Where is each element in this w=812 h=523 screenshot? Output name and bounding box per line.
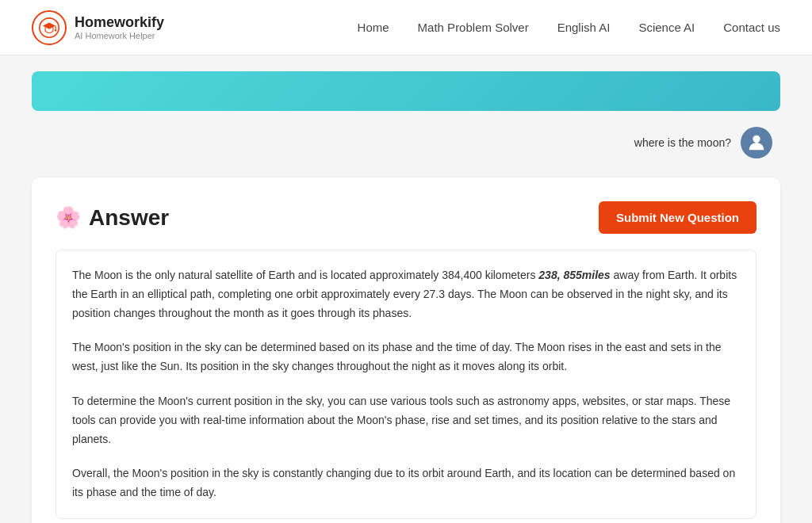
header: Homeworkify AI Homework Helper Home Math… [0, 0, 812, 55]
logo-name: Homeworkify [75, 14, 164, 31]
main-content: where is the moon? 🌸 Answer Submit New Q… [0, 55, 812, 523]
answer-title-group: 🌸 Answer [56, 205, 169, 231]
nav-science[interactable]: Science AI [638, 21, 695, 34]
logo-icon [32, 10, 67, 45]
logo-area: Homeworkify AI Homework Helper [32, 10, 164, 45]
answer-para-1: The Moon is the only natural satellite o… [72, 266, 740, 323]
nav-english[interactable]: English AI [557, 21, 611, 34]
nav-home[interactable]: Home [358, 21, 389, 34]
logo-text: Homeworkify AI Homework Helper [75, 14, 164, 40]
user-question-text: where is the moon? [634, 136, 731, 149]
answer-title: Answer [89, 205, 169, 231]
user-avatar [741, 127, 772, 158]
nav-math[interactable]: Math Problem Solver [418, 21, 529, 34]
main-nav: Home Math Problem Solver English AI Scie… [358, 21, 780, 34]
answer-para-4: Overall, the Moon's position in the sky … [72, 464, 740, 502]
user-question-area: where is the moon? [32, 127, 780, 158]
answer-paragraphs: The Moon is the only natural satellite o… [56, 250, 756, 519]
answer-para-2: The Moon's position in the sky can be de… [72, 338, 740, 376]
teal-bar [32, 71, 780, 111]
svg-point-3 [55, 29, 56, 31]
answer-header: 🌸 Answer Submit New Question [56, 201, 756, 234]
answer-para-3: To determine the Moon's current position… [72, 392, 740, 449]
submit-new-question-top-button[interactable]: Submit New Question [599, 201, 756, 234]
answer-section: 🌸 Answer Submit New Question The Moon is… [32, 178, 780, 523]
answer-icon: 🌸 [56, 205, 81, 230]
nav-contact[interactable]: Contact us [723, 21, 780, 34]
logo-tagline: AI Homework Helper [75, 31, 164, 40]
svg-point-4 [753, 136, 760, 143]
math-inline: 238, 855miles [538, 269, 610, 281]
